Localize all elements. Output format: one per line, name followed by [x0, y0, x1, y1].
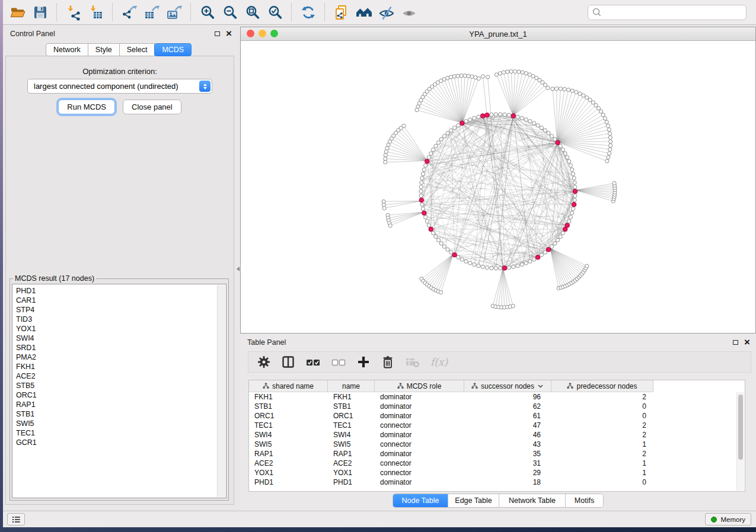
network-node[interactable] [421, 207, 425, 210]
network-node[interactable] [502, 266, 507, 271]
task-history-button[interactable] [7, 513, 25, 525]
network-node[interactable] [567, 88, 570, 92]
network-node[interactable] [490, 266, 493, 270]
network-node[interactable] [439, 137, 443, 141]
mcds-result-item[interactable]: SRD1 [16, 343, 226, 352]
show-details-button[interactable] [398, 2, 420, 23]
tab-network[interactable]: Network [46, 43, 88, 56]
network-node[interactable] [439, 290, 442, 294]
network-node[interactable] [543, 251, 547, 254]
network-node[interactable] [609, 140, 613, 143]
network-node[interactable] [424, 216, 428, 219]
network-node[interactable] [556, 238, 560, 242]
mcds-result-item[interactable]: CAR1 [16, 296, 226, 305]
network-node[interactable] [382, 206, 386, 210]
network-node[interactable] [452, 253, 457, 258]
deselect-all-button[interactable] [331, 355, 346, 369]
add-column-button[interactable] [356, 355, 371, 369]
network-node[interactable] [567, 220, 571, 223]
delete-column-button[interactable] [381, 355, 395, 369]
network-node[interactable] [569, 216, 572, 219]
network-node[interactable] [607, 128, 611, 132]
network-node[interactable] [429, 227, 433, 232]
mcds-result-item[interactable]: RAP1 [16, 400, 226, 409]
column-header-name[interactable]: name [328, 380, 375, 392]
network-node[interactable] [509, 70, 513, 73]
destroy-table-button[interactable] [405, 355, 420, 369]
table-scrollbar[interactable] [736, 392, 744, 491]
network-node[interactable] [446, 248, 449, 251]
table-row[interactable]: SWI4SWI4dominator462 [249, 430, 745, 440]
open-network-button[interactable] [7, 2, 28, 23]
network-node[interactable] [572, 202, 576, 207]
network-node[interactable] [474, 76, 477, 79]
network-node[interactable] [499, 113, 502, 116]
network-node[interactable] [464, 259, 468, 263]
network-analyzer-button[interactable] [353, 2, 375, 23]
network-node[interactable] [570, 211, 574, 215]
network-node[interactable] [468, 118, 472, 121]
network-node[interactable] [460, 74, 463, 78]
close-panel-icon[interactable]: × [226, 30, 232, 37]
network-node[interactable] [464, 120, 468, 123]
network-node[interactable] [550, 134, 554, 138]
network-node[interactable] [425, 159, 430, 164]
network-node[interactable] [559, 87, 562, 91]
network-node[interactable] [605, 159, 609, 163]
network-node[interactable] [572, 177, 576, 180]
network-node[interactable] [453, 126, 457, 130]
network-node[interactable] [494, 113, 497, 116]
column-header-predecessor-nodes[interactable]: predecessor nodes [551, 380, 653, 392]
table-row[interactable]: PHD1PHD1dominator180 [249, 477, 745, 487]
network-node[interactable] [535, 255, 540, 260]
network-node[interactable] [572, 172, 575, 176]
zoom-selected-button[interactable] [264, 2, 286, 23]
network-node[interactable] [608, 132, 612, 135]
network-node[interactable] [596, 107, 600, 110]
network-node[interactable] [516, 115, 519, 118]
network-canvas[interactable] [241, 41, 755, 334]
close-panel-button[interactable]: Close panel [123, 100, 181, 114]
network-node[interactable] [511, 304, 515, 307]
network-node[interactable] [601, 113, 605, 117]
tab-select[interactable]: Select [119, 43, 155, 56]
mcds-result-item[interactable]: ACE2 [16, 371, 226, 381]
network-node[interactable] [547, 132, 550, 135]
table-settings-button[interactable] [257, 355, 271, 369]
network-node[interactable] [480, 114, 485, 118]
float-panel-icon[interactable] [733, 340, 738, 345]
network-node[interactable] [456, 74, 460, 78]
network-node[interactable] [432, 148, 435, 152]
network-node[interactable] [434, 145, 438, 148]
minimize-window-icon[interactable] [259, 30, 266, 37]
network-node[interactable] [384, 161, 387, 164]
network-node[interactable] [582, 94, 585, 97]
network-node[interactable] [490, 113, 493, 116]
network-node[interactable] [473, 116, 476, 120]
network-node[interactable] [446, 132, 449, 135]
network-window-titlebar[interactable]: YPA_prune.txt_1 [241, 27, 755, 41]
memory-button[interactable]: Memory [705, 513, 751, 525]
network-node[interactable] [384, 153, 387, 157]
network-node[interactable] [422, 168, 426, 171]
network-node[interactable] [421, 172, 425, 176]
network-node[interactable] [419, 198, 424, 203]
network-node[interactable] [457, 124, 460, 127]
network-node[interactable] [613, 181, 616, 185]
network-node[interactable] [507, 113, 511, 117]
network-node[interactable] [559, 145, 562, 148]
splitter-collapse-icon[interactable] [237, 267, 240, 271]
network-node[interactable] [419, 194, 423, 197]
mcds-result-item[interactable]: TID3 [16, 315, 226, 324]
run-mcds-button[interactable]: Run MCDS [58, 100, 115, 114]
network-node[interactable] [463, 74, 467, 78]
float-panel-icon[interactable] [215, 31, 220, 36]
mcds-result-item[interactable]: GCR1 [16, 438, 226, 447]
network-node[interactable] [550, 245, 554, 248]
network-node[interactable] [559, 235, 562, 238]
save-session-button[interactable] [30, 2, 51, 23]
network-node[interactable] [460, 121, 465, 126]
network-node[interactable] [424, 164, 428, 167]
network-node[interactable] [561, 148, 564, 152]
import-table-button[interactable] [85, 2, 107, 23]
